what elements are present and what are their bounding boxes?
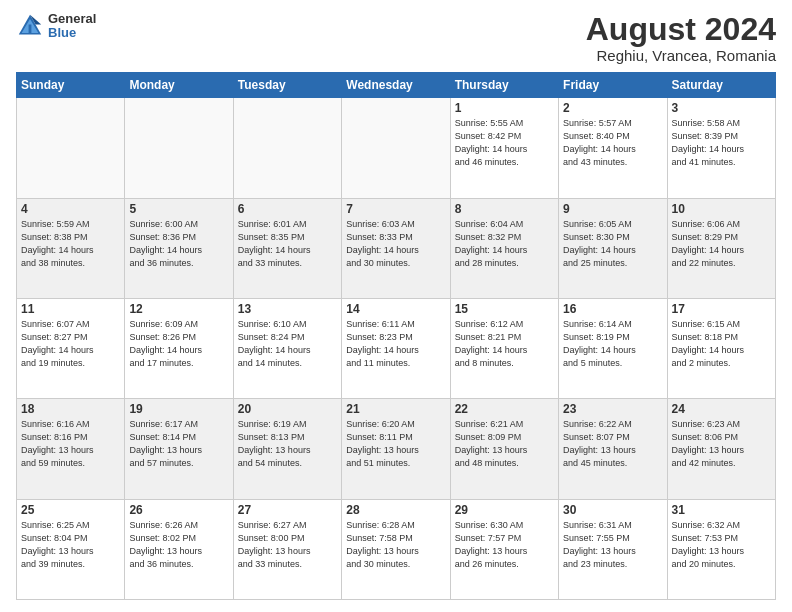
- calendar-cell: 15Sunrise: 6:12 AM Sunset: 8:21 PM Dayli…: [450, 298, 558, 398]
- weekday-header: Wednesday: [342, 73, 450, 98]
- day-info: Sunrise: 6:32 AM Sunset: 7:53 PM Dayligh…: [672, 519, 771, 571]
- day-number: 15: [455, 302, 554, 316]
- calendar-cell: 1Sunrise: 5:55 AM Sunset: 8:42 PM Daylig…: [450, 98, 558, 198]
- calendar-cell: 21Sunrise: 6:20 AM Sunset: 8:11 PM Dayli…: [342, 399, 450, 499]
- calendar-cell: 4Sunrise: 5:59 AM Sunset: 8:38 PM Daylig…: [17, 198, 125, 298]
- day-number: 30: [563, 503, 662, 517]
- weekday-header: Saturday: [667, 73, 775, 98]
- day-number: 5: [129, 202, 228, 216]
- day-info: Sunrise: 6:15 AM Sunset: 8:18 PM Dayligh…: [672, 318, 771, 370]
- calendar-cell: [17, 98, 125, 198]
- logo-text: General Blue: [48, 12, 96, 41]
- logo-blue: Blue: [48, 26, 96, 40]
- day-info: Sunrise: 5:58 AM Sunset: 8:39 PM Dayligh…: [672, 117, 771, 169]
- day-number: 20: [238, 402, 337, 416]
- calendar-cell: [125, 98, 233, 198]
- day-info: Sunrise: 6:14 AM Sunset: 8:19 PM Dayligh…: [563, 318, 662, 370]
- day-number: 29: [455, 503, 554, 517]
- weekday-header: Friday: [559, 73, 667, 98]
- day-info: Sunrise: 6:26 AM Sunset: 8:02 PM Dayligh…: [129, 519, 228, 571]
- day-number: 21: [346, 402, 445, 416]
- weekday-header-row: SundayMondayTuesdayWednesdayThursdayFrid…: [17, 73, 776, 98]
- calendar-cell: 28Sunrise: 6:28 AM Sunset: 7:58 PM Dayli…: [342, 499, 450, 599]
- day-info: Sunrise: 6:00 AM Sunset: 8:36 PM Dayligh…: [129, 218, 228, 270]
- day-number: 12: [129, 302, 228, 316]
- calendar-cell: 25Sunrise: 6:25 AM Sunset: 8:04 PM Dayli…: [17, 499, 125, 599]
- calendar-cell: 2Sunrise: 5:57 AM Sunset: 8:40 PM Daylig…: [559, 98, 667, 198]
- calendar-cell: 10Sunrise: 6:06 AM Sunset: 8:29 PM Dayli…: [667, 198, 775, 298]
- calendar-cell: 23Sunrise: 6:22 AM Sunset: 8:07 PM Dayli…: [559, 399, 667, 499]
- calendar-week-row: 18Sunrise: 6:16 AM Sunset: 8:16 PM Dayli…: [17, 399, 776, 499]
- day-info: Sunrise: 5:57 AM Sunset: 8:40 PM Dayligh…: [563, 117, 662, 169]
- day-number: 2: [563, 101, 662, 115]
- day-number: 22: [455, 402, 554, 416]
- day-number: 1: [455, 101, 554, 115]
- calendar-cell: 30Sunrise: 6:31 AM Sunset: 7:55 PM Dayli…: [559, 499, 667, 599]
- day-number: 6: [238, 202, 337, 216]
- calendar-cell: 16Sunrise: 6:14 AM Sunset: 8:19 PM Dayli…: [559, 298, 667, 398]
- day-number: 16: [563, 302, 662, 316]
- day-info: Sunrise: 6:30 AM Sunset: 7:57 PM Dayligh…: [455, 519, 554, 571]
- calendar-cell: 9Sunrise: 6:05 AM Sunset: 8:30 PM Daylig…: [559, 198, 667, 298]
- day-info: Sunrise: 6:10 AM Sunset: 8:24 PM Dayligh…: [238, 318, 337, 370]
- day-info: Sunrise: 6:23 AM Sunset: 8:06 PM Dayligh…: [672, 418, 771, 470]
- day-info: Sunrise: 5:55 AM Sunset: 8:42 PM Dayligh…: [455, 117, 554, 169]
- day-number: 8: [455, 202, 554, 216]
- calendar-cell: 11Sunrise: 6:07 AM Sunset: 8:27 PM Dayli…: [17, 298, 125, 398]
- weekday-header: Monday: [125, 73, 233, 98]
- calendar-subtitle: Reghiu, Vrancea, Romania: [586, 47, 776, 64]
- day-info: Sunrise: 6:01 AM Sunset: 8:35 PM Dayligh…: [238, 218, 337, 270]
- weekday-header: Tuesday: [233, 73, 341, 98]
- logo-icon: [16, 12, 44, 40]
- calendar-cell: 14Sunrise: 6:11 AM Sunset: 8:23 PM Dayli…: [342, 298, 450, 398]
- day-number: 27: [238, 503, 337, 517]
- calendar-cell: 20Sunrise: 6:19 AM Sunset: 8:13 PM Dayli…: [233, 399, 341, 499]
- day-number: 17: [672, 302, 771, 316]
- day-info: Sunrise: 6:07 AM Sunset: 8:27 PM Dayligh…: [21, 318, 120, 370]
- day-info: Sunrise: 6:04 AM Sunset: 8:32 PM Dayligh…: [455, 218, 554, 270]
- calendar-cell: 13Sunrise: 6:10 AM Sunset: 8:24 PM Dayli…: [233, 298, 341, 398]
- day-info: Sunrise: 6:22 AM Sunset: 8:07 PM Dayligh…: [563, 418, 662, 470]
- calendar-cell: 29Sunrise: 6:30 AM Sunset: 7:57 PM Dayli…: [450, 499, 558, 599]
- calendar-cell: 5Sunrise: 6:00 AM Sunset: 8:36 PM Daylig…: [125, 198, 233, 298]
- calendar-cell: 18Sunrise: 6:16 AM Sunset: 8:16 PM Dayli…: [17, 399, 125, 499]
- day-info: Sunrise: 6:11 AM Sunset: 8:23 PM Dayligh…: [346, 318, 445, 370]
- day-info: Sunrise: 6:06 AM Sunset: 8:29 PM Dayligh…: [672, 218, 771, 270]
- calendar-cell: 24Sunrise: 6:23 AM Sunset: 8:06 PM Dayli…: [667, 399, 775, 499]
- calendar-week-row: 25Sunrise: 6:25 AM Sunset: 8:04 PM Dayli…: [17, 499, 776, 599]
- calendar-cell: 12Sunrise: 6:09 AM Sunset: 8:26 PM Dayli…: [125, 298, 233, 398]
- day-number: 25: [21, 503, 120, 517]
- day-number: 28: [346, 503, 445, 517]
- calendar-cell: 8Sunrise: 6:04 AM Sunset: 8:32 PM Daylig…: [450, 198, 558, 298]
- svg-marker-0: [19, 15, 41, 35]
- day-info: Sunrise: 6:09 AM Sunset: 8:26 PM Dayligh…: [129, 318, 228, 370]
- day-number: 9: [563, 202, 662, 216]
- day-number: 18: [21, 402, 120, 416]
- calendar-cell: 26Sunrise: 6:26 AM Sunset: 8:02 PM Dayli…: [125, 499, 233, 599]
- day-info: Sunrise: 6:16 AM Sunset: 8:16 PM Dayligh…: [21, 418, 120, 470]
- calendar-cell: 31Sunrise: 6:32 AM Sunset: 7:53 PM Dayli…: [667, 499, 775, 599]
- calendar-cell: 17Sunrise: 6:15 AM Sunset: 8:18 PM Dayli…: [667, 298, 775, 398]
- calendar-cell: 19Sunrise: 6:17 AM Sunset: 8:14 PM Dayli…: [125, 399, 233, 499]
- day-number: 13: [238, 302, 337, 316]
- day-number: 4: [21, 202, 120, 216]
- calendar-cell: 6Sunrise: 6:01 AM Sunset: 8:35 PM Daylig…: [233, 198, 341, 298]
- day-number: 23: [563, 402, 662, 416]
- logo: General Blue: [16, 12, 96, 41]
- calendar-cell: 3Sunrise: 5:58 AM Sunset: 8:39 PM Daylig…: [667, 98, 775, 198]
- day-info: Sunrise: 6:17 AM Sunset: 8:14 PM Dayligh…: [129, 418, 228, 470]
- day-number: 7: [346, 202, 445, 216]
- day-number: 24: [672, 402, 771, 416]
- day-number: 3: [672, 101, 771, 115]
- day-number: 11: [21, 302, 120, 316]
- day-number: 31: [672, 503, 771, 517]
- day-info: Sunrise: 6:28 AM Sunset: 7:58 PM Dayligh…: [346, 519, 445, 571]
- calendar-cell: 22Sunrise: 6:21 AM Sunset: 8:09 PM Dayli…: [450, 399, 558, 499]
- day-number: 19: [129, 402, 228, 416]
- day-info: Sunrise: 6:03 AM Sunset: 8:33 PM Dayligh…: [346, 218, 445, 270]
- page: General Blue August 2024 Reghiu, Vrancea…: [0, 0, 792, 612]
- header: General Blue August 2024 Reghiu, Vrancea…: [16, 12, 776, 64]
- calendar-cell: [342, 98, 450, 198]
- day-number: 10: [672, 202, 771, 216]
- calendar-week-row: 11Sunrise: 6:07 AM Sunset: 8:27 PM Dayli…: [17, 298, 776, 398]
